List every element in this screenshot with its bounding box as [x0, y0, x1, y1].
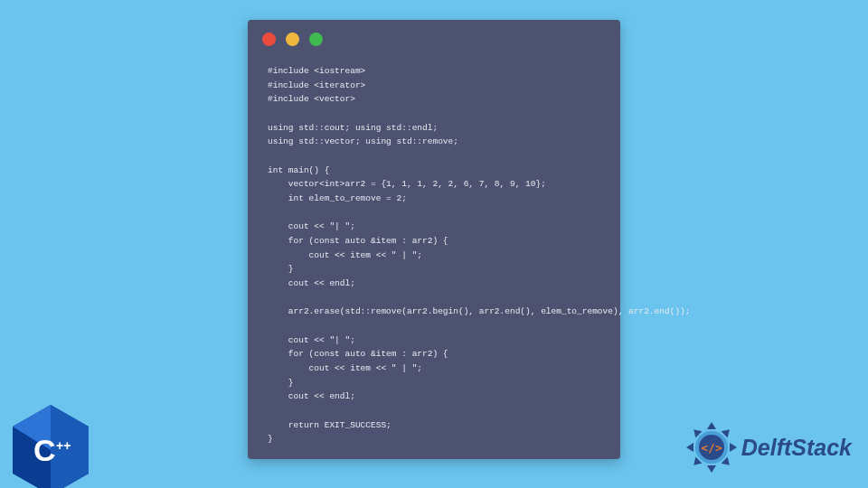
svg-marker-4	[707, 422, 716, 429]
code-window: #include <iostream> #include <iterator> …	[248, 20, 620, 459]
window-titlebar	[248, 20, 620, 53]
svg-text:++: ++	[56, 438, 71, 453]
svg-text:</>: </>	[701, 441, 722, 455]
minimize-icon	[286, 33, 299, 46]
cpp-logo-letter: C	[33, 433, 56, 467]
svg-marker-6	[686, 443, 693, 452]
delftstack-logo: </> DelftStack	[685, 421, 852, 474]
svg-marker-7	[730, 443, 737, 452]
delftstack-badge-icon: </>	[685, 421, 738, 474]
svg-marker-5	[707, 465, 716, 473]
delftstack-text: DelftStack	[741, 435, 852, 461]
code-content: #include <iostream> #include <iterator> …	[248, 53, 620, 465]
close-icon	[262, 33, 276, 46]
cpp-logo-icon: C ++	[9, 403, 92, 488]
maximize-icon	[309, 33, 323, 46]
